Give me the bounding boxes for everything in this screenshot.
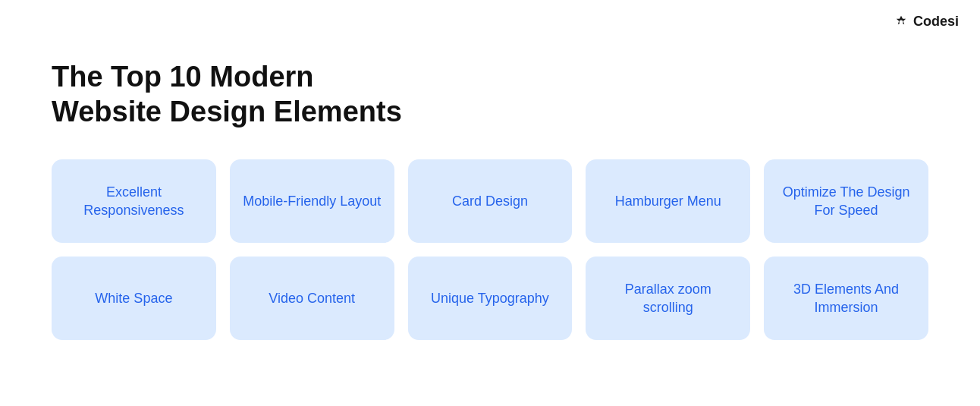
logo-text: Codesi (913, 14, 959, 30)
header: Codesi (0, 0, 980, 30)
logo: Codesi (894, 14, 959, 30)
card-mobile-friendly-layout[interactable]: Mobile-Friendly Layout (230, 159, 394, 243)
card-label-mobile-friendly-layout: Mobile-Friendly Layout (243, 192, 381, 210)
card-label-white-space: White Space (95, 289, 172, 307)
codesi-logo-icon (894, 14, 909, 30)
card-card-design[interactable]: Card Design (408, 159, 573, 243)
card-label-hamburger-menu: Hamburger Menu (615, 192, 721, 210)
page-title: The Top 10 Modern Website Design Element… (52, 60, 416, 129)
card-excellent-responsiveness[interactable]: Excellent Responsiveness (52, 159, 216, 243)
card-unique-typography[interactable]: Unique Typography (408, 257, 573, 340)
card-hamburger-menu[interactable]: Hamburger Menu (586, 159, 750, 243)
card-white-space[interactable]: White Space (52, 257, 216, 340)
card-label-3d-elements-immersion: 3D Elements And Immersion (776, 280, 916, 317)
svg-point-0 (899, 20, 903, 24)
card-video-content[interactable]: Video Content (230, 257, 394, 340)
card-label-unique-typography: Unique Typography (431, 289, 549, 307)
card-label-video-content: Video Content (269, 289, 355, 307)
cards-grid: Excellent ResponsivenessMobile-Friendly … (52, 159, 928, 340)
card-optimize-design-speed[interactable]: Optimize The Design For Speed (764, 159, 928, 243)
card-parallax-zoom-scrolling[interactable]: Parallax zoom scrolling (586, 257, 750, 340)
card-3d-elements-immersion[interactable]: 3D Elements And Immersion (764, 257, 928, 340)
card-label-parallax-zoom-scrolling: Parallax zoom scrolling (598, 280, 738, 317)
card-label-card-design: Card Design (452, 192, 528, 210)
card-label-excellent-responsiveness: Excellent Responsiveness (64, 183, 204, 220)
card-label-optimize-design-speed: Optimize The Design For Speed (776, 183, 916, 220)
main-content: The Top 10 Modern Website Design Element… (0, 30, 980, 370)
